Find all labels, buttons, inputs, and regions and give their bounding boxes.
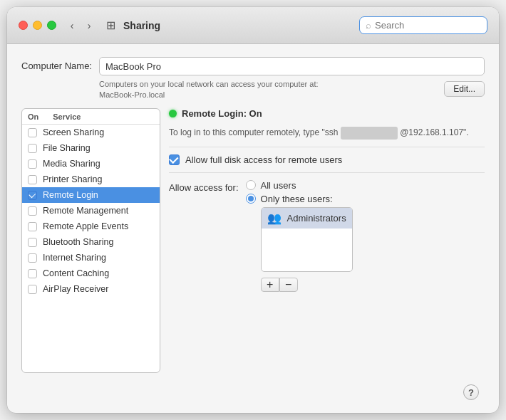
service-item-remote-apple-events[interactable]: Remote Apple Events	[22, 219, 160, 234]
service-checkbox-screen-sharing[interactable]	[28, 128, 37, 137]
titlebar: ‹ › ⊞ Sharing ⌕	[7, 7, 499, 44]
status-row: Remote Login: On	[169, 108, 485, 119]
allow-disk-label: Allow full disk access for remote users	[185, 154, 342, 165]
service-item-bluetooth-sharing[interactable]: Bluetooth Sharing	[22, 234, 160, 250]
maximize-button[interactable]	[47, 21, 56, 30]
service-checkbox-airplay-receiver[interactable]	[28, 285, 37, 294]
service-label-printer-sharing: Printer Sharing	[43, 174, 102, 184]
ssh-info: To log in to this computer remotely, typ…	[169, 126, 485, 140]
radio-all-users[interactable]: All users	[246, 180, 353, 191]
minimize-button[interactable]	[33, 21, 42, 30]
computer-name-row: Computer Name: Computers on your local n…	[21, 57, 485, 100]
service-item-screen-sharing[interactable]: Screen Sharing	[22, 125, 160, 140]
service-checkbox-content-caching[interactable]	[28, 269, 37, 278]
nav-buttons: ‹ ›	[65, 19, 96, 33]
users-list-empty-space	[262, 229, 352, 271]
service-item-remote-management[interactable]: Remote Management	[22, 203, 160, 219]
services-col-service: Service	[53, 112, 81, 121]
service-label-remote-management: Remote Management	[43, 206, 128, 216]
local-address: MacBook-Pro.local	[99, 90, 165, 99]
help-button[interactable]: ?	[463, 384, 479, 400]
divider-2	[169, 172, 485, 173]
service-checkbox-remote-login[interactable]	[28, 191, 37, 200]
services-col-on: On	[28, 112, 38, 121]
service-label-internet-sharing: Internet Sharing	[43, 253, 106, 263]
services-panel: On Service Screen Sharing File Sharing	[21, 108, 160, 373]
service-item-printer-sharing[interactable]: Printer Sharing	[22, 172, 160, 187]
edit-button[interactable]: Edit...	[444, 81, 485, 97]
ssh-suffix: @192.168.1.107".	[400, 127, 469, 137]
service-item-media-sharing[interactable]: Media Sharing	[22, 156, 160, 172]
service-item-airplay-receiver[interactable]: AirPlay Receiver	[22, 281, 160, 297]
service-checkbox-media-sharing[interactable]	[28, 159, 37, 169]
traffic-lights	[19, 21, 56, 30]
service-item-content-caching[interactable]: Content Caching	[22, 266, 160, 281]
service-item-remote-login[interactable]: Remote Login	[22, 187, 160, 203]
forward-button[interactable]: ›	[82, 19, 96, 33]
service-checkbox-remote-apple-events[interactable]	[28, 222, 37, 231]
status-dot	[169, 110, 177, 117]
service-label-remote-login: Remote Login	[43, 190, 98, 200]
main-area: On Service Screen Sharing File Sharing	[21, 108, 485, 373]
radio-only-label: Only these users:	[261, 194, 333, 204]
service-label-airplay-receiver: AirPlay Receiver	[43, 284, 108, 294]
allow-disk-row: Allow full disk access for remote users	[169, 154, 485, 165]
ssh-prefix: To log in to this computer remotely, typ…	[169, 127, 338, 137]
bottom-bar: ?	[21, 382, 485, 403]
service-checkbox-printer-sharing[interactable]	[28, 175, 37, 184]
detail-panel: Remote Login: On To log in to this compu…	[169, 108, 485, 373]
search-input[interactable]	[375, 20, 481, 31]
service-label-media-sharing: Media Sharing	[43, 159, 100, 169]
allow-access-label: Allow access for:	[169, 180, 239, 193]
allow-access-row: Allow access for: All users Only these u…	[169, 180, 485, 292]
service-list: Screen Sharing File Sharing Media Sharin…	[22, 125, 160, 297]
status-text: Remote Login: On	[182, 108, 262, 119]
users-icon: 👥	[267, 211, 282, 225]
service-label-content-caching: Content Caching	[43, 268, 109, 278]
allow-disk-checkbox[interactable]	[169, 154, 180, 165]
back-button[interactable]: ‹	[65, 19, 79, 33]
service-label-remote-apple-events: Remote Apple Events	[43, 221, 128, 231]
grid-icon: ⊞	[103, 19, 118, 33]
services-header: On Service	[22, 109, 160, 125]
service-label-file-sharing: File Sharing	[43, 143, 91, 153]
window: ‹ › ⊞ Sharing ⌕ Computer Name: Computers…	[7, 7, 499, 413]
service-checkbox-remote-management[interactable]	[28, 206, 37, 216]
computer-name-label: Computer Name:	[21, 57, 92, 71]
radio-group: All users Only these users: 👥 Administra…	[246, 180, 353, 292]
service-label-bluetooth-sharing: Bluetooth Sharing	[43, 237, 113, 247]
computer-name-input[interactable]	[99, 57, 485, 75]
service-checkbox-internet-sharing[interactable]	[28, 253, 37, 263]
service-item-internet-sharing[interactable]: Internet Sharing	[22, 250, 160, 266]
radio-only-circle[interactable]	[246, 194, 256, 204]
remove-user-button[interactable]: −	[279, 278, 298, 292]
list-buttons: + −	[261, 278, 353, 292]
radio-all-circle[interactable]	[246, 180, 256, 190]
search-box: ⌕	[359, 16, 487, 34]
add-user-button[interactable]: +	[261, 278, 279, 292]
close-button[interactable]	[19, 21, 28, 30]
computer-name-right: Computers on your local network can acce…	[99, 57, 485, 100]
service-checkbox-file-sharing[interactable]	[28, 144, 37, 153]
users-name: Administrators	[287, 213, 346, 224]
content: Computer Name: Computers on your local n…	[7, 44, 499, 413]
ssh-blurred-host: __________	[341, 127, 398, 140]
service-checkbox-bluetooth-sharing[interactable]	[28, 238, 37, 247]
window-title: Sharing	[123, 20, 359, 31]
users-list: 👥 Administrators	[261, 207, 353, 272]
search-icon: ⌕	[366, 20, 371, 31]
service-label-screen-sharing: Screen Sharing	[43, 127, 104, 137]
network-info: Computers on your local network can acce…	[99, 78, 485, 100]
service-item-file-sharing[interactable]: File Sharing	[22, 140, 160, 156]
radio-all-label: All users	[261, 180, 296, 191]
divider-1	[169, 147, 485, 147]
network-info-text: Computers on your local network can acce…	[99, 80, 319, 88]
radio-only-users[interactable]: Only these users:	[246, 194, 353, 204]
list-item-administrators[interactable]: 👥 Administrators	[262, 208, 352, 229]
